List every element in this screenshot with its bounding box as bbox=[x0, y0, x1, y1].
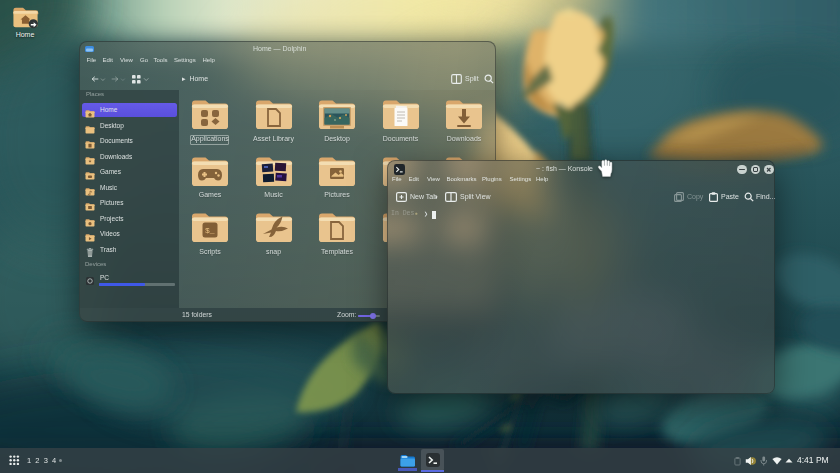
svg-text:$_: $_ bbox=[205, 226, 215, 235]
